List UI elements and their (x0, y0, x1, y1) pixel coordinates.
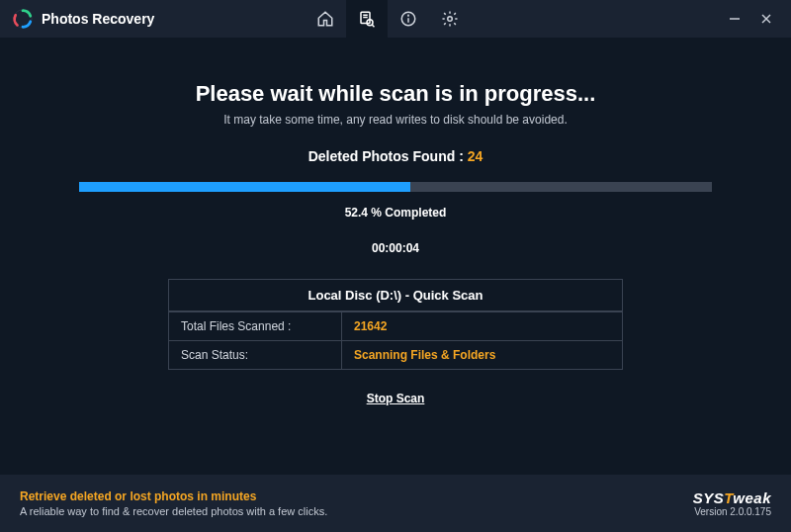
files-scanned-label: Total Files Scanned : (169, 312, 342, 340)
stop-scan-link[interactable]: Stop Scan (367, 392, 425, 405)
settings-icon[interactable] (429, 0, 471, 38)
page-heading: Please wait while scan is in progress... (0, 81, 791, 107)
footer-subtitle: A reliable way to find & recover deleted… (20, 505, 693, 517)
app-logo-icon (12, 8, 34, 30)
elapsed-time: 00:00:04 (0, 241, 791, 255)
footer-title: Retrieve deleted or lost photos in minut… (20, 489, 693, 503)
table-row: Scan Status: Scanning Files & Folders (169, 340, 622, 369)
svg-point-9 (448, 17, 453, 22)
scan-status-label: Scan Status: (169, 341, 342, 369)
toolbar (305, 0, 471, 38)
title-bar: Photos Recovery (0, 0, 791, 38)
version-text: Version 2.0.0.175 (693, 506, 771, 517)
footer: Retrieve deleted or lost photos in minut… (0, 475, 791, 532)
found-count: 24 (468, 148, 483, 164)
scan-progress-panel: Please wait while scan is in progress...… (0, 38, 791, 475)
scan-target-header: Local Disc (D:\) - Quick Scan (169, 280, 622, 311)
table-row: Total Files Scanned : 21642 (169, 311, 622, 340)
deleted-found-line: Deleted Photos Found : 24 (0, 148, 791, 164)
percent-complete: 52.4 % Completed (0, 206, 791, 220)
footer-left: Retrieve deleted or lost photos in minut… (20, 489, 693, 517)
scan-info-table: Local Disc (D:\) - Quick Scan Total File… (168, 279, 623, 370)
svg-line-5 (373, 25, 375, 27)
progress-track (79, 182, 712, 192)
found-label: Deleted Photos Found : (308, 148, 464, 164)
close-icon[interactable] (759, 12, 773, 26)
brand-logo: SYSTweak (693, 489, 771, 506)
scan-status-value: Scanning Files & Folders (342, 341, 622, 369)
app-title: Photos Recovery (42, 11, 154, 27)
page-subheading: It may take some time, any read writes t… (0, 113, 791, 127)
svg-point-8 (408, 15, 409, 16)
window-controls (728, 12, 783, 26)
progress-fill (79, 182, 410, 192)
progress-bar (79, 182, 712, 192)
minimize-icon[interactable] (728, 12, 742, 26)
scan-icon[interactable] (346, 0, 388, 38)
home-icon[interactable] (305, 0, 346, 38)
footer-right: SYSTweak Version 2.0.0.175 (693, 489, 771, 517)
info-icon[interactable] (388, 0, 429, 38)
files-scanned-value: 21642 (342, 312, 622, 340)
